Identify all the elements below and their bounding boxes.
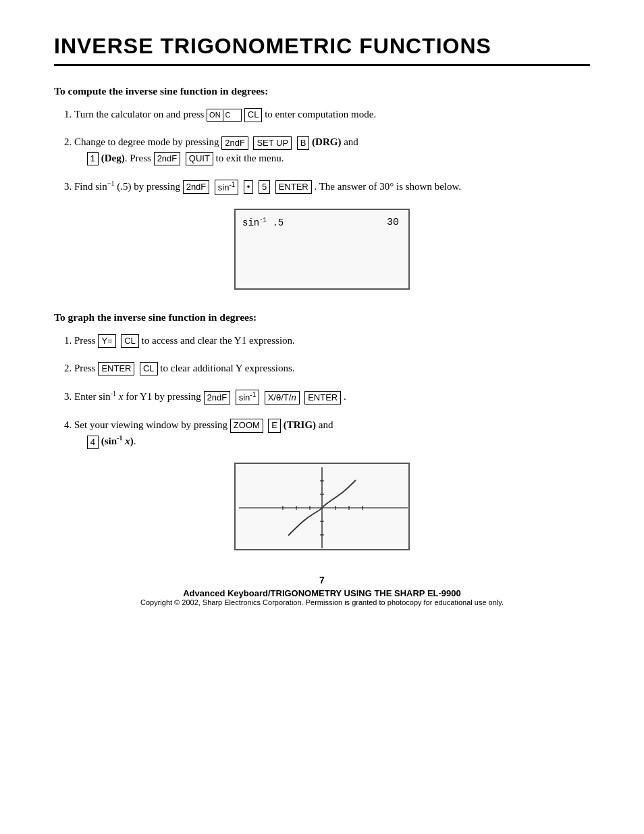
step-2-1-text-after: to access and clear the Y1 expression. xyxy=(142,335,295,346)
key-enter-3: ENTER xyxy=(304,391,341,405)
text-deg: (Deg). Press xyxy=(101,153,154,163)
step-2-3-text: Enter sin-1 x for Y1 by pressing xyxy=(74,391,204,402)
key-e: E xyxy=(268,419,281,432)
key-cl-1: CL xyxy=(244,108,263,122)
key-dot: • xyxy=(244,180,254,194)
key-sin-inv-2: sin-1 xyxy=(236,390,260,405)
graph-display xyxy=(234,463,410,550)
text-exit: to exit the menu. xyxy=(216,153,284,163)
text-sin-inv-x: (sin-1 x). xyxy=(101,436,136,446)
page-number: 7 xyxy=(54,575,590,585)
text-drg: (DRG) and xyxy=(312,136,358,147)
key-2ndf-1: 2ndF xyxy=(221,136,248,150)
step-2-3-period: . xyxy=(344,391,346,402)
section2-steps: Press Y= CL to access and clear the Y1 e… xyxy=(68,333,590,450)
key-y-eq: Y= xyxy=(98,334,115,348)
key-setup: SET UP xyxy=(253,136,292,150)
step-2-2-text-after: to clear additional Y expressions. xyxy=(160,363,294,373)
step-1-1: Turn the calculator on and press ONC CL … xyxy=(74,107,590,122)
key-5: 5 xyxy=(259,180,270,194)
key-4: 4 xyxy=(87,436,99,449)
step-1-1-text-before: Turn the calculator on and press xyxy=(74,109,207,120)
step-2-3: Enter sin-1 x for Y1 by pressing 2ndF si… xyxy=(74,388,590,405)
key-on-c: ONC xyxy=(207,109,242,122)
step-2-2: Press ENTER CL to clear additional Y exp… xyxy=(74,361,590,376)
page-title: INVERSE TRIGONOMETRIC FUNCTIONS xyxy=(54,34,590,66)
section-compute: To compute the inverse sine function in … xyxy=(54,85,590,290)
footer-title: Advanced Keyboard/TRIGONOMETRY USING THE… xyxy=(54,588,590,598)
key-sin-inv-1: sin-1 xyxy=(215,180,239,195)
display-input: sin-1 .5 xyxy=(242,217,284,228)
key-enter-1: ENTER xyxy=(275,180,312,194)
key-1: 1 xyxy=(87,152,99,165)
key-enter-2: ENTER xyxy=(98,362,134,375)
step-2-2-text: Press xyxy=(74,363,98,373)
step-1-3: Find sin−1 (.5) by pressing 2ndF sin-1 •… xyxy=(74,178,590,195)
step-2-4-text: Set your viewing window by pressing xyxy=(74,419,230,430)
key-cl-3: CL xyxy=(140,362,158,375)
text-trig: (TRIG) and xyxy=(284,419,333,430)
key-zoom: ZOOM xyxy=(230,419,263,432)
key-xthetan: X/θ/T/n xyxy=(265,391,300,405)
section-graph: To graph the inverse sine function in de… xyxy=(54,311,590,551)
section1-steps: Turn the calculator on and press ONC CL … xyxy=(68,107,590,195)
step-1-2-text: Change to degree mode by pressing xyxy=(74,136,221,147)
step-2-1-text: Press xyxy=(74,335,98,346)
key-b: B xyxy=(297,136,310,150)
key-2ndf-4: 2ndF xyxy=(204,391,231,405)
key-2ndf-3: 2ndF xyxy=(183,180,210,194)
step-1-1-text-after: to enter computation mode. xyxy=(265,109,376,120)
footer: 7 Advanced Keyboard/TRIGONOMETRY USING T… xyxy=(54,575,590,606)
key-cl-2: CL xyxy=(121,334,139,348)
calc-display: sin-1 .5 30 xyxy=(234,209,410,290)
section2-header: To graph the inverse sine function in de… xyxy=(54,311,590,323)
key-2ndf-2: 2ndF xyxy=(154,152,181,165)
graph-svg xyxy=(236,464,410,550)
display-result: 30 xyxy=(387,217,399,228)
step-1-3-text: Find sin−1 (.5) by pressing xyxy=(74,181,183,192)
footer-copyright: Copyright © 2002, Sharp Electronics Corp… xyxy=(54,598,590,606)
text-answer: . The answer of 30° is shown below. xyxy=(314,181,461,192)
key-quit: QUIT xyxy=(186,152,213,165)
section1-header: To compute the inverse sine function in … xyxy=(54,85,590,97)
step-1-2: Change to degree mode by pressing 2ndF S… xyxy=(74,134,590,166)
step-2-4: Set your viewing window by pressing ZOOM… xyxy=(74,417,590,450)
step-2-1: Press Y= CL to access and clear the Y1 e… xyxy=(74,333,590,348)
